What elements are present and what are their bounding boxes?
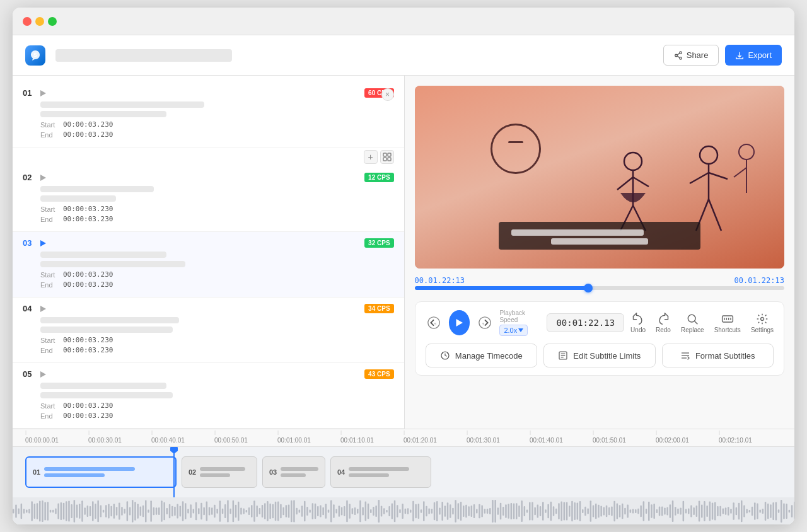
svg-rect-182 <box>365 501 367 521</box>
item-play-icon[interactable] <box>40 371 46 378</box>
track-clip-01[interactable]: 01 <box>25 456 177 488</box>
undo-button[interactable]: Undo <box>630 313 646 333</box>
svg-rect-213 <box>447 502 449 520</box>
svg-rect-314 <box>714 502 716 520</box>
svg-rect-337 <box>775 502 777 521</box>
play-button[interactable] <box>449 310 470 335</box>
maximize-button[interactable] <box>48 17 57 26</box>
subtitle-item-05[interactable]: 05 43 CPS Start00:00:03.230 End00:00:03.… <box>13 363 404 429</box>
svg-rect-81 <box>97 500 99 523</box>
ruler-mark: 00:00:40.01 <box>151 437 214 444</box>
svg-rect-327 <box>749 510 751 512</box>
svg-rect-93 <box>129 507 131 516</box>
svg-rect-116 <box>190 504 192 518</box>
item-play-icon[interactable] <box>40 306 46 312</box>
item-play-icon[interactable] <box>40 175 46 181</box>
redo-button[interactable]: Redo <box>656 313 671 333</box>
svg-rect-176 <box>349 504 351 519</box>
svg-rect-228 <box>487 509 489 514</box>
fastforward-button[interactable]: 5 <box>476 313 493 333</box>
svg-point-29 <box>479 317 491 328</box>
svg-rect-160 <box>306 507 308 516</box>
svg-marker-31 <box>518 328 523 332</box>
replace-button[interactable]: Replace <box>681 313 704 333</box>
svg-rect-164 <box>317 506 319 516</box>
svg-rect-166 <box>322 507 324 515</box>
timeline-ruler: 00:00:00.0100:00:30.0100:00:40.0100:00:5… <box>13 429 794 447</box>
svg-rect-216 <box>455 500 456 522</box>
subtitle-item-01[interactable]: 01 60 CPS × Start00:00:03.230 End00:00:0… <box>13 82 404 147</box>
settings-button[interactable]: Settings <box>751 313 774 333</box>
track-clip-03[interactable]: 03 <box>262 456 325 488</box>
edit-subtitle-button[interactable]: Edit Subtitle Limits <box>543 344 655 367</box>
progress-section: 00.01.22:13 00.01.22:13 <box>415 276 784 294</box>
subtitle-text-lines <box>40 383 394 398</box>
item-play-icon[interactable] <box>40 90 46 96</box>
clip-text <box>200 467 245 477</box>
svg-point-32 <box>688 315 696 322</box>
svg-rect-264 <box>582 509 584 513</box>
svg-rect-56 <box>31 501 33 521</box>
svg-rect-53 <box>23 509 25 514</box>
subtitle-text-lines <box>40 252 394 267</box>
svg-rect-235 <box>505 504 507 518</box>
close-button[interactable] <box>23 17 32 26</box>
subtitle-item-02[interactable]: 02 12 CPS Start00:00:03.230 End00:00:03.… <box>13 166 404 232</box>
svg-rect-266 <box>587 509 589 514</box>
svg-rect-91 <box>124 509 125 513</box>
track-clip-04[interactable]: 04 <box>330 456 431 488</box>
svg-rect-184 <box>370 509 372 513</box>
svg-rect-124 <box>211 507 213 515</box>
svg-rect-99 <box>145 500 147 522</box>
svg-rect-335 <box>770 504 772 518</box>
add-before-button[interactable]: + <box>364 150 378 164</box>
timeline-waveform[interactable] <box>13 497 794 524</box>
svg-rect-308 <box>699 501 700 522</box>
svg-rect-101 <box>150 500 152 521</box>
add-after-button[interactable] <box>380 150 394 164</box>
svg-rect-341 <box>786 504 787 519</box>
rewind-button[interactable]: 5 <box>426 313 443 333</box>
close-icon[interactable]: × <box>381 88 394 101</box>
manage-timecode-button[interactable]: Manage Timecode <box>426 344 537 367</box>
playhead[interactable] <box>173 447 175 497</box>
subtitle-item-04[interactable]: 04 34 CPS Start00:00:03.230 End00:00:03.… <box>13 298 404 363</box>
speed-badge[interactable]: 2.0x <box>499 325 528 336</box>
time-rows: Start00:00:03.230 End00:00:03.230 <box>40 402 394 420</box>
svg-rect-290 <box>651 504 653 518</box>
export-button[interactable]: Export <box>725 45 782 66</box>
svg-rect-146 <box>269 504 271 519</box>
tool-actions: Undo Redo <box>630 313 774 333</box>
svg-rect-70 <box>68 501 70 522</box>
progress-bar[interactable] <box>415 286 784 290</box>
subtitle-list[interactable]: 01 60 CPS × Start00:00:03.230 End00:00:0… <box>13 76 405 429</box>
svg-rect-229 <box>489 508 491 514</box>
share-button[interactable]: Share <box>663 45 719 66</box>
svg-rect-238 <box>513 503 515 519</box>
shortcuts-button[interactable]: Shortcuts <box>714 313 741 333</box>
svg-rect-163 <box>315 504 316 519</box>
subtitle-item-03[interactable]: 03 32 CPS Start00:00:03.230 End00:00:03.… <box>13 232 404 298</box>
timeline-tracks[interactable]: 01 02 03 04 <box>13 447 794 497</box>
svg-rect-111 <box>177 504 178 519</box>
svg-rect-296 <box>666 507 668 515</box>
format-subtitles-button[interactable]: Format Subtitles <box>662 344 774 367</box>
project-title[interactable] <box>55 49 232 62</box>
svg-rect-241 <box>521 500 523 522</box>
svg-rect-151 <box>282 507 284 516</box>
svg-line-5 <box>677 55 680 57</box>
svg-rect-73 <box>76 505 78 518</box>
svg-rect-191 <box>388 506 390 516</box>
minimize-button[interactable] <box>35 17 44 26</box>
svg-rect-62 <box>47 502 49 520</box>
svg-rect-138 <box>248 507 250 515</box>
svg-rect-256 <box>560 501 562 521</box>
item-play-icon[interactable] <box>40 240 46 246</box>
svg-rect-171 <box>335 509 337 513</box>
svg-rect-71 <box>71 504 73 518</box>
svg-rect-185 <box>373 507 374 516</box>
svg-rect-311 <box>706 506 708 517</box>
svg-rect-339 <box>781 500 782 523</box>
svg-rect-209 <box>436 501 438 521</box>
track-clip-02[interactable]: 02 <box>182 456 257 488</box>
